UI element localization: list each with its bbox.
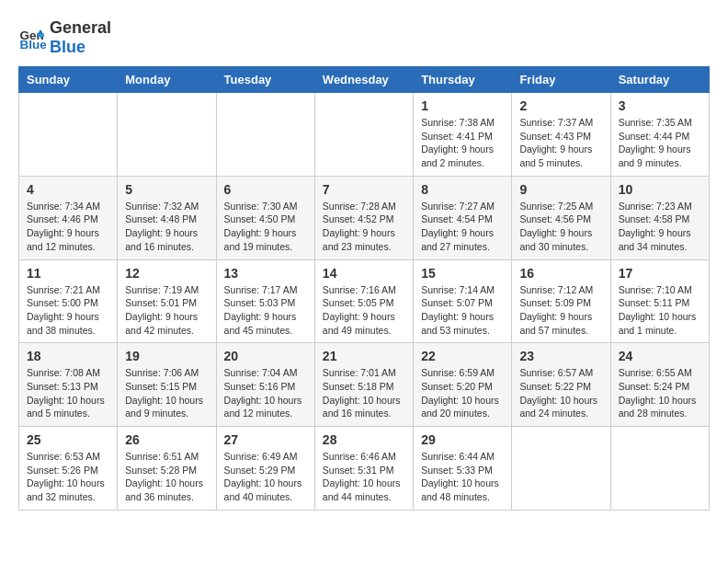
calendar-cell: 8Sunrise: 7:27 AM Sunset: 4:54 PM Daylig… <box>414 176 512 259</box>
day-number: 10 <box>619 182 701 197</box>
header-wednesday: Wednesday <box>314 67 413 93</box>
day-info: Sunrise: 6:44 AM Sunset: 5:33 PM Dayligh… <box>421 450 504 504</box>
calendar-cell: 21Sunrise: 7:01 AM Sunset: 5:18 PM Dayli… <box>314 343 413 427</box>
day-info: Sunrise: 6:59 AM Sunset: 5:20 PM Dayligh… <box>421 366 504 420</box>
day-number: 25 <box>27 432 109 447</box>
calendar-cell: 23Sunrise: 6:57 AM Sunset: 5:22 PM Dayli… <box>512 343 610 427</box>
day-info: Sunrise: 7:16 AM Sunset: 5:05 PM Dayligh… <box>323 283 405 338</box>
day-info: Sunrise: 7:25 AM Sunset: 4:56 PM Dayligh… <box>519 200 602 254</box>
calendar-cell: 25Sunrise: 6:53 AM Sunset: 5:26 PM Dayli… <box>19 427 118 511</box>
calendar-cell: 19Sunrise: 7:06 AM Sunset: 5:15 PM Dayli… <box>118 343 216 427</box>
calendar-cell <box>216 93 314 177</box>
header-tuesday: Tuesday <box>216 67 314 93</box>
day-info: Sunrise: 6:49 AM Sunset: 5:29 PM Dayligh… <box>224 450 307 504</box>
day-info: Sunrise: 7:27 AM Sunset: 4:54 PM Dayligh… <box>421 200 504 254</box>
calendar-cell: 16Sunrise: 7:12 AM Sunset: 5:09 PM Dayli… <box>512 259 610 343</box>
day-number: 1 <box>421 98 504 113</box>
day-info: Sunrise: 6:55 AM Sunset: 5:24 PM Dayligh… <box>619 366 701 420</box>
day-number: 18 <box>27 349 109 363</box>
header-sunday: Sunday <box>19 67 118 93</box>
day-number: 26 <box>125 432 208 447</box>
day-info: Sunrise: 7:37 AM Sunset: 4:43 PM Dayligh… <box>519 116 602 170</box>
calendar-cell: 6Sunrise: 7:30 AM Sunset: 4:50 PM Daylig… <box>216 176 314 259</box>
calendar-week-5: 25Sunrise: 6:53 AM Sunset: 5:26 PM Dayli… <box>19 427 710 511</box>
calendar-cell <box>118 93 216 177</box>
day-info: Sunrise: 7:17 AM Sunset: 5:03 PM Dayligh… <box>224 283 307 338</box>
calendar-cell: 11Sunrise: 7:21 AM Sunset: 5:00 PM Dayli… <box>19 259 118 343</box>
logo-icon: Gen Blue <box>18 24 46 52</box>
day-info: Sunrise: 7:04 AM Sunset: 5:16 PM Dayligh… <box>224 366 307 420</box>
day-info: Sunrise: 7:21 AM Sunset: 5:00 PM Dayligh… <box>27 283 109 338</box>
day-info: Sunrise: 6:57 AM Sunset: 5:22 PM Dayligh… <box>519 366 602 420</box>
calendar-cell: 12Sunrise: 7:19 AM Sunset: 5:01 PM Dayli… <box>118 259 216 343</box>
day-number: 20 <box>224 349 307 363</box>
calendar-cell: 20Sunrise: 7:04 AM Sunset: 5:16 PM Dayli… <box>216 343 314 427</box>
calendar-cell: 18Sunrise: 7:08 AM Sunset: 5:13 PM Dayli… <box>19 343 118 427</box>
day-number: 8 <box>421 182 504 197</box>
day-info: Sunrise: 6:46 AM Sunset: 5:31 PM Dayligh… <box>323 450 405 504</box>
day-number: 28 <box>323 432 405 447</box>
day-info: Sunrise: 7:14 AM Sunset: 5:07 PM Dayligh… <box>421 283 504 338</box>
day-number: 3 <box>619 98 701 113</box>
calendar-cell: 26Sunrise: 6:51 AM Sunset: 5:28 PM Dayli… <box>118 427 216 511</box>
calendar-cell: 9Sunrise: 7:25 AM Sunset: 4:56 PM Daylig… <box>512 176 610 259</box>
day-number: 5 <box>125 182 208 197</box>
day-info: Sunrise: 7:01 AM Sunset: 5:18 PM Dayligh… <box>323 366 405 420</box>
day-info: Sunrise: 7:06 AM Sunset: 5:15 PM Dayligh… <box>125 366 208 420</box>
day-number: 22 <box>421 349 504 363</box>
day-info: Sunrise: 7:12 AM Sunset: 5:09 PM Dayligh… <box>519 283 602 338</box>
calendar-cell: 7Sunrise: 7:28 AM Sunset: 4:52 PM Daylig… <box>314 176 413 259</box>
day-info: Sunrise: 7:23 AM Sunset: 4:58 PM Dayligh… <box>619 200 701 254</box>
day-number: 17 <box>619 266 701 281</box>
calendar-week-1: 1Sunrise: 7:38 AM Sunset: 4:41 PM Daylig… <box>19 93 710 177</box>
day-number: 7 <box>323 182 405 197</box>
day-info: Sunrise: 6:53 AM Sunset: 5:26 PM Dayligh… <box>27 450 109 504</box>
logo-general: General <box>50 18 111 38</box>
calendar-table: SundayMondayTuesdayWednesdayThursdayFrid… <box>18 66 710 511</box>
day-number: 21 <box>323 349 405 363</box>
day-info: Sunrise: 7:32 AM Sunset: 4:48 PM Dayligh… <box>125 200 208 254</box>
day-number: 6 <box>224 182 307 197</box>
day-number: 19 <box>125 349 208 363</box>
calendar-header-row: SundayMondayTuesdayWednesdayThursdayFrid… <box>19 67 710 93</box>
day-number: 14 <box>323 266 405 281</box>
calendar-cell: 2Sunrise: 7:37 AM Sunset: 4:43 PM Daylig… <box>512 93 610 177</box>
day-info: Sunrise: 7:28 AM Sunset: 4:52 PM Dayligh… <box>323 200 405 254</box>
calendar-cell: 24Sunrise: 6:55 AM Sunset: 5:24 PM Dayli… <box>610 343 709 427</box>
day-info: Sunrise: 7:08 AM Sunset: 5:13 PM Dayligh… <box>27 366 109 420</box>
logo: Gen Blue General Blue <box>18 18 111 57</box>
calendar-week-3: 11Sunrise: 7:21 AM Sunset: 5:00 PM Dayli… <box>19 259 710 343</box>
header-friday: Friday <box>512 67 610 93</box>
calendar-cell: 17Sunrise: 7:10 AM Sunset: 5:11 PM Dayli… <box>610 259 709 343</box>
calendar-cell: 29Sunrise: 6:44 AM Sunset: 5:33 PM Dayli… <box>414 427 512 511</box>
day-number: 27 <box>224 432 307 447</box>
calendar-cell <box>610 427 709 511</box>
day-info: Sunrise: 7:34 AM Sunset: 4:46 PM Dayligh… <box>27 200 109 254</box>
calendar-cell: 1Sunrise: 7:38 AM Sunset: 4:41 PM Daylig… <box>414 93 512 177</box>
day-info: Sunrise: 7:19 AM Sunset: 5:01 PM Dayligh… <box>125 283 208 338</box>
day-info: Sunrise: 7:35 AM Sunset: 4:44 PM Dayligh… <box>619 116 701 170</box>
logo-blue: Blue <box>50 38 111 57</box>
day-number: 16 <box>519 266 602 281</box>
calendar-cell: 4Sunrise: 7:34 AM Sunset: 4:46 PM Daylig… <box>19 176 118 259</box>
day-number: 23 <box>519 349 602 363</box>
calendar-cell <box>512 427 610 511</box>
calendar-cell: 14Sunrise: 7:16 AM Sunset: 5:05 PM Dayli… <box>314 259 413 343</box>
header-saturday: Saturday <box>610 67 709 93</box>
day-number: 29 <box>421 432 504 447</box>
day-number: 12 <box>125 266 208 281</box>
calendar-cell: 5Sunrise: 7:32 AM Sunset: 4:48 PM Daylig… <box>118 176 216 259</box>
day-info: Sunrise: 6:51 AM Sunset: 5:28 PM Dayligh… <box>125 450 208 504</box>
calendar-cell: 27Sunrise: 6:49 AM Sunset: 5:29 PM Dayli… <box>216 427 314 511</box>
day-info: Sunrise: 7:38 AM Sunset: 4:41 PM Dayligh… <box>421 116 504 170</box>
day-number: 9 <box>519 182 602 197</box>
calendar-cell: 28Sunrise: 6:46 AM Sunset: 5:31 PM Dayli… <box>314 427 413 511</box>
calendar-cell <box>19 93 118 177</box>
day-number: 2 <box>519 98 602 113</box>
header-monday: Monday <box>118 67 216 93</box>
calendar-week-4: 18Sunrise: 7:08 AM Sunset: 5:13 PM Dayli… <box>19 343 710 427</box>
calendar-cell: 3Sunrise: 7:35 AM Sunset: 4:44 PM Daylig… <box>610 93 709 177</box>
calendar-cell: 22Sunrise: 6:59 AM Sunset: 5:20 PM Dayli… <box>414 343 512 427</box>
day-number: 13 <box>224 266 307 281</box>
day-info: Sunrise: 7:10 AM Sunset: 5:11 PM Dayligh… <box>619 283 701 338</box>
